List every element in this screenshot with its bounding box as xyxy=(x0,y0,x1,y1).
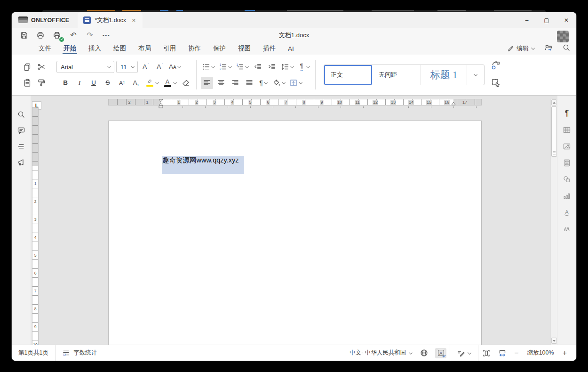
track-changes-button[interactable] xyxy=(450,345,478,361)
menu-tab-10[interactable]: AI xyxy=(282,42,300,55)
style-normal[interactable]: 正文 xyxy=(324,65,372,85)
menu-tab-5[interactable]: 引用 xyxy=(157,42,182,55)
chevron-down-icon xyxy=(107,65,111,69)
language-select[interactable]: 中文- 中华人民共和国 xyxy=(346,345,416,361)
menu-tab-6[interactable]: 协作 xyxy=(182,42,207,55)
align-left-button[interactable] xyxy=(201,77,213,89)
chevron-down-icon xyxy=(245,65,249,69)
font-color-button[interactable]: A xyxy=(162,77,178,89)
document-tab[interactable]: *文档1.docx ✕ xyxy=(78,12,142,28)
language-globe-button[interactable] xyxy=(416,345,432,361)
show-marks-button[interactable]: ¶ xyxy=(257,77,270,89)
change-case-button[interactable]: Aᴀ xyxy=(168,61,182,73)
page[interactable]: 趣奇资源网www.qqzy.xyz xyxy=(108,121,482,345)
signature-settings-button[interactable] xyxy=(562,224,572,234)
customize-toolbar-button[interactable]: ••• xyxy=(101,30,112,41)
replace-button[interactable] xyxy=(491,61,501,72)
superscript-button[interactable]: A1 xyxy=(116,77,128,89)
text-selection[interactable]: 趣奇资源网www.qqzy.xyz xyxy=(162,156,244,174)
multilevel-list-button[interactable]: 1 xyxy=(235,61,250,73)
page-indicator[interactable]: 第1页共1页 xyxy=(12,345,55,361)
align-right-button[interactable] xyxy=(229,77,241,89)
italic-button[interactable]: I xyxy=(73,77,86,89)
bold-button[interactable]: B xyxy=(59,77,72,89)
align-justify-button[interactable] xyxy=(243,77,255,89)
paragraph-settings-button[interactable]: ¶ xyxy=(562,109,572,118)
menu-tab-4[interactable]: 布局 xyxy=(132,42,157,55)
text-art-settings-button[interactable]: A xyxy=(562,208,572,217)
close-button[interactable]: ✕ xyxy=(556,12,576,28)
increase-font-button[interactable]: Aˆ xyxy=(140,61,152,73)
style-heading1[interactable]: 标题 1 xyxy=(421,65,467,85)
numbering-button[interactable]: 12 xyxy=(218,61,233,73)
paragraph-direction-button[interactable]: ¶ → xyxy=(297,61,311,73)
chart-settings-button[interactable] xyxy=(562,191,572,201)
fit-width-button[interactable] xyxy=(494,345,510,361)
tab-close-icon[interactable]: ✕ xyxy=(130,17,137,24)
search-button[interactable] xyxy=(562,43,571,54)
avatar[interactable] xyxy=(557,31,569,42)
v-ruler[interactable]: 12345678910 xyxy=(32,107,39,345)
header-footer-settings-button[interactable] xyxy=(562,158,572,168)
strikeout-button[interactable]: S xyxy=(102,77,114,89)
first-line-indent-marker[interactable] xyxy=(159,99,163,109)
quick-print-button[interactable] xyxy=(51,30,63,41)
line-spacing-button[interactable] xyxy=(280,61,295,73)
paste-button[interactable] xyxy=(21,77,33,89)
menu-tab-2[interactable]: 插入 xyxy=(82,42,107,55)
zoom-in-button[interactable]: + xyxy=(559,349,571,357)
copy-button[interactable] xyxy=(21,61,33,73)
decrease-font-button[interactable]: Aˇ xyxy=(154,61,166,73)
subscript-button[interactable]: A1 xyxy=(130,77,142,89)
menu-tab-0[interactable]: 文件 xyxy=(32,42,57,55)
scrollbar-thumb[interactable] xyxy=(551,106,557,157)
vertical-scrollbar[interactable] xyxy=(550,99,557,345)
styles-expand-button[interactable] xyxy=(467,65,484,85)
print-button[interactable] xyxy=(35,30,46,41)
format-painter-button[interactable] xyxy=(35,77,48,89)
shading-button[interactable] xyxy=(271,77,286,89)
highlight-color-button[interactable] xyxy=(144,77,160,89)
style-no-spacing[interactable]: 无间距 xyxy=(372,65,421,85)
underline-button[interactable]: U xyxy=(87,77,100,89)
clear-style-button[interactable] xyxy=(180,77,192,89)
fit-page-button[interactable] xyxy=(478,345,494,361)
comments-button[interactable] xyxy=(16,126,26,135)
select-all-button[interactable] xyxy=(491,78,501,89)
shape-settings-button[interactable] xyxy=(562,175,572,184)
cut-button[interactable] xyxy=(35,61,48,73)
h-ruler[interactable]: 211234567891011121314151617 xyxy=(108,99,482,105)
borders-button[interactable] xyxy=(288,77,303,89)
bullets-button[interactable] xyxy=(201,61,216,73)
menu-tab-3[interactable]: 绘图 xyxy=(107,42,132,55)
right-indent-marker[interactable] xyxy=(451,102,456,106)
navigation-button[interactable] xyxy=(16,142,26,151)
open-file-location-button[interactable] xyxy=(544,43,553,54)
maximize-button[interactable]: ▢ xyxy=(537,12,556,28)
minimize-button[interactable]: – xyxy=(517,12,537,28)
image-settings-button[interactable] xyxy=(562,142,572,151)
menu-tab-7[interactable]: 保护 xyxy=(207,42,232,55)
word-count-button[interactable]: 12 字数统计 xyxy=(56,345,103,361)
find-button[interactable] xyxy=(16,110,26,119)
menu-tab-9[interactable]: 插件 xyxy=(257,42,282,55)
table-settings-button[interactable] xyxy=(562,125,572,135)
increase-indent-button[interactable] xyxy=(266,61,278,73)
canvas[interactable]: L 211234567891011121314151617 1234567891… xyxy=(31,96,557,345)
align-center-button[interactable] xyxy=(215,77,227,89)
font-size-select[interactable]: 11 xyxy=(116,61,138,73)
redo-button[interactable]: ↷ xyxy=(84,30,95,41)
menu-tab-1[interactable]: 开始 xyxy=(57,42,82,55)
chevron-down-icon xyxy=(468,351,471,355)
save-button[interactable] xyxy=(18,30,30,41)
edit-mode-button[interactable]: 编辑 xyxy=(507,44,535,53)
menu-tab-8[interactable]: 视图 xyxy=(232,42,257,55)
font-name-select[interactable]: Arial xyxy=(56,61,114,73)
undo-button[interactable]: ↶ xyxy=(68,30,79,41)
scroll-up-button[interactable] xyxy=(551,99,557,105)
decrease-indent-button[interactable] xyxy=(252,61,264,73)
scroll-down-button[interactable] xyxy=(551,338,557,344)
zoom-out-button[interactable]: − xyxy=(510,349,522,357)
feedback-button[interactable] xyxy=(16,158,26,167)
spellcheck-button[interactable]: A xyxy=(432,345,450,361)
